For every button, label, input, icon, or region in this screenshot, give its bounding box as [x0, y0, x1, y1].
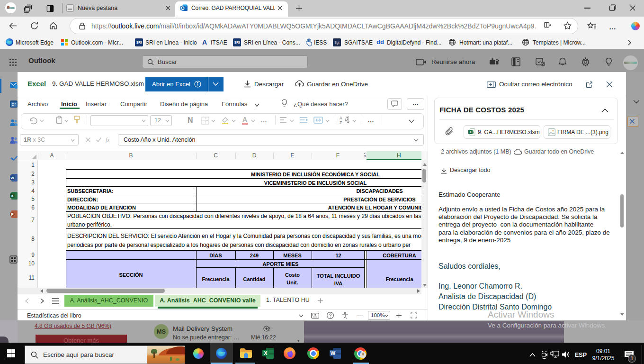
svg-text:X: X: [264, 350, 268, 356]
svg-text:W: W: [331, 350, 336, 356]
svg-text:X: X: [469, 130, 472, 134]
svg-text:P: P: [11, 212, 14, 217]
svg-text:fx: fx: [106, 136, 110, 143]
svg-text:A: A: [340, 116, 342, 120]
svg-text:W: W: [10, 176, 14, 180]
svg-text:Z: Z: [340, 120, 342, 125]
svg-text:X: X: [11, 194, 14, 198]
